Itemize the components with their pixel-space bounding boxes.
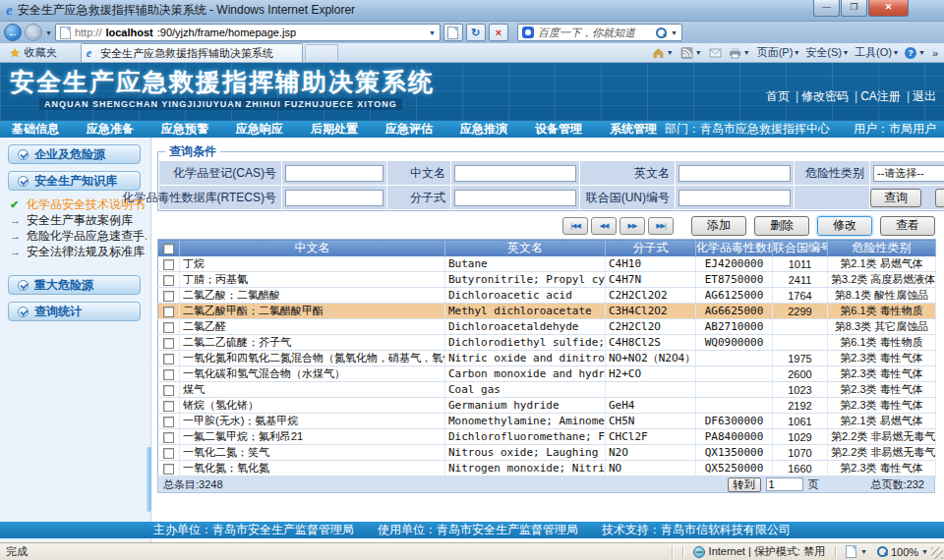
- table-row[interactable]: 丁烷 Butane C4H10 EJ4200000 1011 第2.1类 易燃气…: [158, 256, 936, 272]
- history-dropdown-icon[interactable]: ▼: [45, 29, 52, 36]
- refresh-button[interactable]: ↻: [466, 24, 486, 41]
- nav-menu-item[interactable]: 应急响应: [236, 121, 283, 138]
- column-hazard-class[interactable]: 危险性类别: [828, 240, 936, 257]
- nav-menu-item[interactable]: 应急推演: [460, 121, 507, 138]
- goto-page-button[interactable]: 转到: [728, 477, 761, 492]
- nav-menu-item[interactable]: 设备管理: [535, 121, 582, 138]
- header-link[interactable]: CA注册: [849, 89, 901, 103]
- table-row[interactable]: 一氧化碳和氢气混合物（水煤气） Carbon monoxide and hydr…: [158, 366, 936, 382]
- url-field[interactable]: http://localhost:90/yjzh/frame/homepage.…: [55, 24, 441, 41]
- zoom-control[interactable]: 100% ▼: [877, 546, 928, 558]
- action-button[interactable]: 查看: [880, 216, 935, 236]
- row-checkbox[interactable]: [163, 385, 174, 396]
- row-checkbox[interactable]: [163, 259, 174, 270]
- overflow-chevron-icon[interactable]: »: [932, 47, 938, 59]
- cn-name-input[interactable]: [454, 165, 576, 182]
- tools-menu[interactable]: 工具(O): [855, 45, 898, 60]
- sidebar-group-enterprise[interactable]: 企业及危险源: [8, 144, 141, 164]
- nav-menu-item[interactable]: 应急准备: [87, 121, 134, 138]
- sidebar-item[interactable]: → 安全法律法规及标准库: [10, 244, 147, 259]
- row-checkbox[interactable]: [163, 275, 174, 286]
- table-row[interactable]: 二氯乙醛 Dichloroacetaldehyde C2H2Cl2O AB271…: [158, 319, 936, 335]
- column-rtecs[interactable]: 化学品毒性数据...: [696, 240, 773, 257]
- feeds-button[interactable]: ▼: [680, 47, 702, 59]
- sidebar-item[interactable]: → 危险化学品应急速查手...: [10, 228, 147, 244]
- pager-button[interactable]: |◀◀: [562, 217, 588, 235]
- action-button[interactable]: 修改: [817, 216, 872, 236]
- header-link[interactable]: 修改密码: [790, 89, 849, 103]
- row-checkbox[interactable]: [163, 464, 174, 475]
- minimize-button[interactable]: —: [813, 0, 840, 17]
- sidebar-item[interactable]: → 安全生产事故案例库: [10, 212, 147, 228]
- print-dropdown-icon[interactable]: ▼: [743, 49, 750, 56]
- row-checkbox[interactable]: [163, 307, 174, 317]
- safety-menu[interactable]: 安全(S): [805, 45, 848, 60]
- url-dropdown-icon[interactable]: ▼: [429, 29, 436, 36]
- sidebar-group-knowledge[interactable]: 安全生产知识库: [8, 171, 141, 191]
- protected-mode-button[interactable]: ▼: [846, 545, 867, 558]
- nav-menu-item[interactable]: 基础信息: [12, 121, 59, 138]
- pager-button[interactable]: ◀◀: [591, 217, 617, 235]
- table-row[interactable]: 一氧化氮；氧化氮 Nitrogen monoxide; Nitric oxide…: [158, 461, 936, 476]
- table-row[interactable]: 丁腈；丙基氰 Butyronitrile; Propyl cyanide C4H…: [158, 272, 936, 288]
- favorites-button[interactable]: ★ 收藏夹: [0, 43, 67, 62]
- table-row[interactable]: 二氯乙酸；二氯醋酸 Dichloroacetic acid C2H2Cl2O2 …: [158, 288, 936, 304]
- column-un-number[interactable]: 联合国编号: [773, 240, 828, 257]
- column-formula[interactable]: 分子式: [606, 240, 696, 257]
- row-checkbox[interactable]: [163, 322, 174, 333]
- close-button[interactable]: ✕: [868, 0, 909, 17]
- row-checkbox[interactable]: [163, 338, 174, 349]
- pager-button[interactable]: ▶▶: [620, 217, 645, 235]
- row-checkbox[interactable]: [163, 432, 174, 443]
- page-menu[interactable]: 页面(P): [757, 45, 799, 60]
- pager-button[interactable]: ▶▶|: [648, 217, 674, 235]
- reset-button[interactable]: 重置: [935, 189, 944, 207]
- table-row[interactable]: 二氯乙酸甲酯；二氯醋酸甲酯 Methyl dichloroacetate C3H…: [158, 304, 936, 319]
- row-checkbox[interactable]: [163, 291, 174, 302]
- back-button[interactable]: ←: [4, 24, 22, 41]
- cas-input[interactable]: [285, 165, 384, 182]
- table-row[interactable]: 一氟二氯甲烷；氟利昂21 Dichlorofluoromethane; Freo…: [158, 429, 936, 445]
- compatibility-view-button[interactable]: [443, 24, 463, 41]
- nav-menu-item[interactable]: 系统管理: [610, 121, 657, 138]
- table-row[interactable]: 一甲胺(无水)；氨基甲烷 Monomethylamine; Aminometha…: [158, 414, 936, 429]
- sidebar-group-statistics[interactable]: 查询统计: [8, 302, 141, 321]
- header-link[interactable]: 首页: [766, 89, 790, 103]
- row-checkbox[interactable]: [163, 354, 174, 364]
- home-dropdown-icon[interactable]: ▼: [667, 49, 674, 56]
- maximize-button[interactable]: ❐: [841, 0, 867, 17]
- nav-menu-item[interactable]: 后期处置: [311, 121, 358, 138]
- security-zone[interactable]: Internet | 保护模式: 禁用: [693, 544, 825, 559]
- search-button[interactable]: 查询: [870, 189, 921, 207]
- row-checkbox[interactable]: [163, 401, 174, 412]
- row-checkbox[interactable]: [163, 369, 174, 380]
- stop-button[interactable]: ×: [489, 24, 508, 41]
- rtecs-input[interactable]: [285, 190, 384, 206]
- help-menu[interactable]: ?▼: [905, 47, 925, 59]
- row-checkbox[interactable]: [163, 417, 174, 427]
- column-cn-name[interactable]: 中文名: [180, 240, 445, 257]
- row-checkbox[interactable]: [163, 448, 174, 459]
- forward-button[interactable]: →: [25, 24, 42, 41]
- un-number-input[interactable]: [678, 190, 791, 206]
- en-name-input[interactable]: [678, 165, 791, 182]
- home-button[interactable]: ▼: [652, 47, 674, 59]
- browser-tab[interactable]: e 安全生产应急救援指挥辅助决策系统: [81, 43, 303, 62]
- search-input[interactable]: 百度一下，你就知道 ▼: [517, 24, 682, 41]
- splitter-handle[interactable]: [147, 447, 151, 512]
- resize-grip[interactable]: [931, 547, 943, 559]
- table-row[interactable]: 锗烷（氢化锗） Germanium hydride GeH4 2192 第2.3…: [158, 398, 936, 414]
- table-row[interactable]: 一氧化二氮；笑气 Nitrous oxide; Laughing gas N2O…: [158, 445, 936, 461]
- print-button[interactable]: ▼: [729, 47, 750, 59]
- search-dropdown-icon[interactable]: ▼: [671, 29, 678, 36]
- search-icon[interactable]: [656, 28, 667, 38]
- column-en-name[interactable]: 英文名: [445, 240, 606, 257]
- table-row[interactable]: 一氧化氮和四氧化二氮混合物（氮氧化物，硝基气，氧化氮气体） Nitric oxi…: [158, 351, 936, 366]
- nav-menu-item[interactable]: 应急评估: [385, 121, 433, 138]
- formula-input[interactable]: [454, 190, 576, 206]
- table-row[interactable]: 煤气 Coal gas 1023 第2.3类 毒性气体: [158, 382, 936, 398]
- new-tab-stub[interactable]: [305, 44, 338, 61]
- page-number-input[interactable]: [766, 477, 803, 491]
- mail-button[interactable]: [709, 47, 722, 59]
- sidebar-group-major-hazard[interactable]: 重大危险源: [8, 275, 141, 295]
